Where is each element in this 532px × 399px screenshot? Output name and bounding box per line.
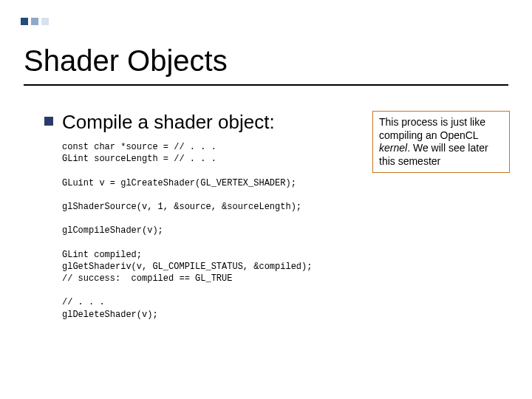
code-block: const char *source = // . . . GLint sour… (62, 141, 355, 321)
note-prefix: This process is just like compiling an O… (379, 116, 485, 141)
title-underline (24, 84, 508, 86)
note-box: This process is just like compiling an O… (372, 111, 510, 173)
accent-square-dark (21, 18, 28, 25)
accent-square-light (41, 18, 49, 25)
content-area: Compile a shader object: const char *sou… (44, 111, 355, 321)
accent-square-mid (31, 18, 38, 25)
bullet-text: Compile a shader object: (62, 111, 275, 134)
accent-squares (21, 18, 49, 25)
bullet-row: Compile a shader object: (44, 111, 355, 134)
note-emphasis: kernel (379, 142, 407, 154)
slide-title: Shader Objects (24, 44, 228, 78)
bullet-icon (44, 117, 53, 126)
